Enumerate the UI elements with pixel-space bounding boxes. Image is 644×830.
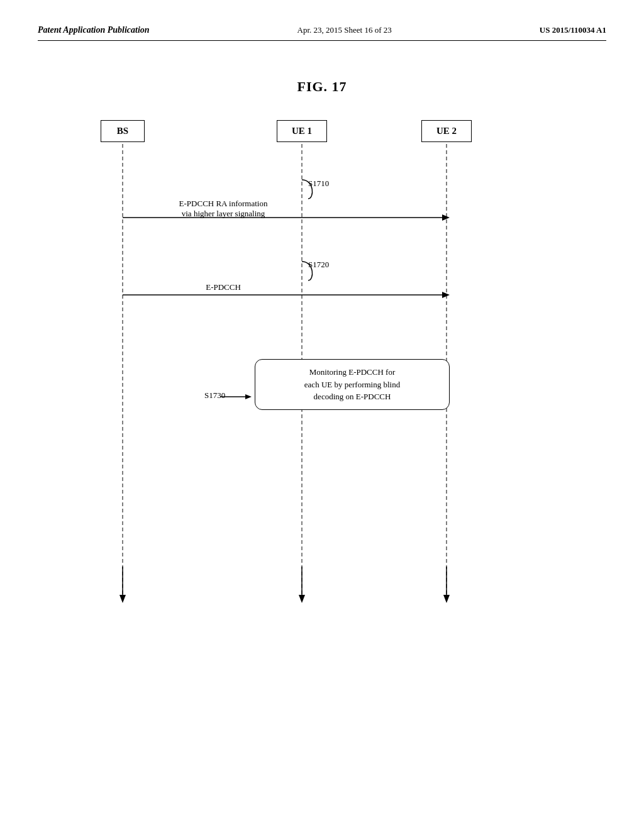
step-s1710-label: S1710 bbox=[308, 179, 329, 189]
svg-marker-10 bbox=[299, 595, 305, 603]
s1730-arrow bbox=[220, 390, 258, 403]
page-header: Patent Application Publication Apr. 23, … bbox=[38, 25, 606, 41]
header-center-label: Apr. 23, 2015 Sheet 16 of 23 bbox=[297, 25, 392, 35]
svg-marker-4 bbox=[442, 214, 450, 221]
svg-marker-12 bbox=[443, 595, 450, 603]
arrow2-label: E-PDCCH bbox=[160, 282, 286, 292]
figure-title: FIG. 17 bbox=[38, 79, 606, 95]
svg-marker-6 bbox=[442, 292, 450, 298]
page: Patent Application Publication Apr. 23, … bbox=[0, 0, 644, 830]
step-s1720-label: S1720 bbox=[308, 260, 329, 270]
header-right-label: US 2015/110034 A1 bbox=[540, 25, 606, 35]
arrow1-label: E-PDCCH RA information via higher layer … bbox=[142, 199, 305, 219]
header-left-label: Patent Application Publication bbox=[38, 25, 150, 35]
svg-marker-8 bbox=[119, 595, 126, 603]
sequence-diagram: BS UE 1 UE 2 bbox=[38, 120, 606, 623]
process-monitoring-box: Monitoring E-PDCCH for each UE by perfor… bbox=[255, 359, 450, 410]
svg-marker-14 bbox=[245, 394, 252, 399]
